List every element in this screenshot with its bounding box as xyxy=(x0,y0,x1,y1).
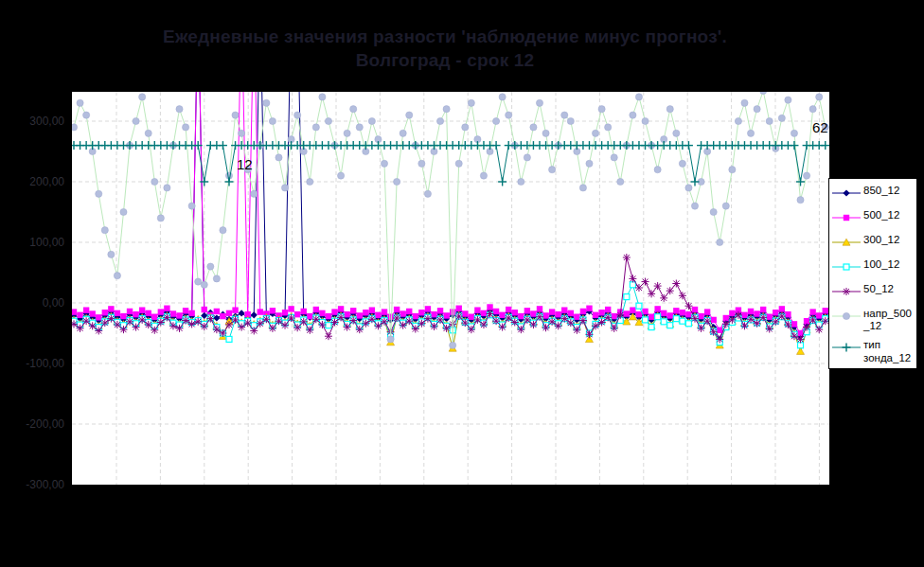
legend-item: 850_12 xyxy=(831,185,915,203)
legend-item: 300_12 xyxy=(831,234,915,252)
data-label: 62 xyxy=(812,119,828,135)
legend-item: тип зонда_12 xyxy=(831,339,915,363)
legend-label-napr_500_12: напр_500 _12 xyxy=(863,308,912,332)
legend-marker-icon-tip_zonda_12 xyxy=(831,339,863,357)
legend-label-50_12: 50_12 xyxy=(863,283,894,295)
svg-text:0,00: 0,00 xyxy=(43,296,65,310)
legend-marker-icon-50_12 xyxy=(831,283,863,301)
svg-text:-200,00: -200,00 xyxy=(26,417,64,431)
legend-label-300_12: 300_12 xyxy=(863,234,899,246)
legend-marker-icon-napr_500_12 xyxy=(831,308,863,326)
legend-item: напр_500 _12 xyxy=(831,308,915,332)
legend-item: 50_12 xyxy=(831,283,915,301)
svg-text:300,00: 300,00 xyxy=(29,115,64,128)
legend-label-tip_zonda_12: тип зонда_12 xyxy=(863,339,911,363)
chart-plot: 300,00200,00100,000,00-100,00-200,00-300… xyxy=(0,0,924,567)
legend-label-500_12: 500_12 xyxy=(863,209,899,221)
legend-marker-icon-100_12 xyxy=(831,258,863,276)
legend-item: 500_12 xyxy=(831,209,915,227)
data-label: 12 xyxy=(237,156,253,172)
legend-marker-icon-300_12 xyxy=(831,234,863,252)
svg-text:-100,00: -100,00 xyxy=(26,357,64,370)
legend: 850_12 500_12 300_12 100_12 50_12 напр_5… xyxy=(828,178,917,369)
svg-text:-300,00: -300,00 xyxy=(26,478,64,491)
legend-item: 100_12 xyxy=(831,258,915,276)
page-background: Ежедневные значения разности 'наблюдение… xyxy=(0,0,924,567)
legend-marker-icon-500_12 xyxy=(831,209,863,227)
svg-text:100,00: 100,00 xyxy=(29,236,64,249)
legend-marker-icon-850_12 xyxy=(831,185,863,203)
svg-text:200,00: 200,00 xyxy=(29,175,64,188)
legend-label-100_12: 100_12 xyxy=(863,258,899,271)
legend-label-850_12: 850_12 xyxy=(863,185,899,197)
